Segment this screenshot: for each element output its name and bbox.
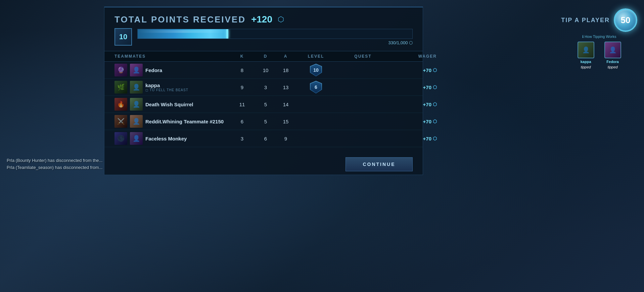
shield-fedora: 10 [310,64,322,76]
total-points-label: TOTAL POINTS RECEIVED [114,14,246,25]
deathwish-hero-icon: 🔥 [114,98,127,111]
player-info-kappa: kappa ◻ TO FELL THE BEAST [145,82,188,92]
player-name-fedora: Fedora [145,67,162,73]
wager-icon-faceless: ⬡ [433,136,437,141]
col-a: A [276,54,296,59]
table-row: 🔥 👤 Death Wish Squirrel 11 5 14 +70 ⬡ [104,96,423,113]
player-name-deathwish: Death Wish Squirrel [145,102,193,107]
stat-k-deathwish: 11 [229,102,256,107]
fedora-hero-icon: 🔮 [114,64,127,76]
stat-d-reddit: 5 [256,119,276,124]
stat-d-deathwish: 5 [256,102,276,107]
table-row: 🌿 👤 kappa ◻ TO FELL THE BEAST 9 3 13 [104,79,423,96]
wager-kappa: +70 ⬡ [390,84,437,90]
progress-icon: ⬡ [409,40,413,45]
shield-num-fedora: 10 [313,67,319,73]
hero-avatar-kappa: 🌿 [114,81,127,94]
player-cell-faceless: 🌑 👤 Faceless Monkey [114,132,229,145]
progress-bar-bg [137,29,413,39]
stat-a-kappa: 13 [276,84,296,90]
progress-section: 10 330/1,000 ⬡ [104,28,423,51]
progress-label: 330/1,000 ⬡ [137,40,413,45]
how-tipping-link[interactable]: How Tipping Works [582,35,616,39]
faceless-player-icon: 👤 [130,132,143,145]
table-header: TEAMMATES K D A LEVEL QUEST WAGER [104,51,423,62]
player-avatar-deathwish: 👤 [130,98,143,111]
stat-d-kappa: 3 [256,84,276,90]
table-row: ⚔️ 👤 Reddit.Whining Teammate #2150 6 5 1… [104,113,423,130]
wager-reddit: +70 ⬡ [390,119,437,124]
tip-amount-circle[interactable]: 50 [614,8,637,32]
tipped-avatar-fedora: 👤 [604,42,621,58]
wager-icon-fedora: ⬡ [433,67,437,73]
progress-bar-wrap: 330/1,000 ⬡ [137,29,413,45]
points-value: +120 [251,14,272,25]
col-wager: WAGER [390,54,437,59]
player-avatar-reddit: 👤 [130,115,143,128]
progress-bar-shine [138,30,228,33]
tipped-player-kappa[interactable]: 👤 kappa tipped [578,42,594,69]
stat-a-faceless: 9 [276,136,296,141]
quest-icon-kappa: ◻ [145,88,150,92]
wager-icon-deathwish: ⬡ [433,102,437,107]
col-level: LEVEL [296,54,336,59]
fedora-player-icon: 👤 [130,64,143,76]
player-quest-kappa: ◻ TO FELL THE BEAST [145,88,188,92]
player-avatar-fedora: 👤 [130,64,143,76]
table-row: 🌑 👤 Faceless Monkey 3 6 9 +70 ⬡ [104,130,423,147]
hero-avatar-fedora: 🔮 [114,64,127,76]
tipped-name-fedora: Fedora [606,60,619,64]
stat-a-deathwish: 14 [276,102,296,107]
player-avatar-kappa: 👤 [130,81,143,94]
level-badge: 10 [114,28,132,46]
wager-deathwish: +70 ⬡ [390,102,437,107]
col-k: K [229,54,256,59]
chat-line-1: Prla (Bounty Hunter) has disconnected fr… [7,157,102,164]
reddit-hero-icon: ⚔️ [114,115,127,128]
wager-icon-kappa: ⬡ [433,84,437,90]
main-panel: TOTAL POINTS RECEIVED +120 ⬡ 10 330/1,00… [104,7,423,175]
player-cell-reddit: ⚔️ 👤 Reddit.Whining Teammate #2150 [114,115,229,128]
stat-a-reddit: 15 [276,119,296,124]
panel-header: TOTAL POINTS RECEIVED +120 ⬡ [104,7,423,28]
kappa-player-icon: 👤 [130,81,143,94]
hero-avatar-faceless: 🌑 [114,132,127,145]
wager-fedora: +70 ⬡ [390,67,437,73]
col-quest: QUEST [336,54,390,59]
tip-a-player-row: TIP A PLAYER 50 [561,8,637,32]
shield-kappa: 6 [310,81,322,94]
tipped-avatar-kappa: 👤 [578,42,594,58]
stat-k-faceless: 3 [229,136,256,141]
player-cell-fedora: 🔮 👤 Fedora [114,64,229,76]
tipped-name-kappa: kappa [581,60,591,64]
col-d: D [256,54,276,59]
player-name-kappa: kappa [145,82,188,88]
reddit-player-icon: 👤 [130,115,143,128]
shield-num-kappa: 6 [315,84,317,90]
tip-a-player-label: TIP A PLAYER [561,17,610,24]
wager-icon-reddit: ⬡ [433,119,437,124]
faceless-hero-icon: 🌑 [114,132,127,145]
hero-avatar-deathwish: 🔥 [114,98,127,111]
player-info-reddit: Reddit.Whining Teammate #2150 [145,119,224,124]
fedora-avatar-icon: 👤 [605,42,620,58]
stat-k-fedora: 8 [229,67,256,73]
hero-avatar-reddit: ⚔️ [114,115,127,128]
tipped-players-row: 👤 kappa tipped 👤 Fedora tipped [578,42,621,69]
table-area: TEAMMATES K D A LEVEL QUEST WAGER 🔮 👤 Fe… [104,51,423,154]
stat-d-fedora: 10 [256,67,276,73]
col-teammates: TEAMMATES [114,54,229,59]
player-info-fedora: Fedora [145,67,162,73]
kappa-avatar-icon: 👤 [578,42,594,58]
tipped-status-fedora: tipped [608,65,618,69]
level-shield-kappa: 6 [296,81,336,94]
player-name-faceless: Faceless Monkey [145,136,187,141]
player-cell-kappa: 🌿 👤 kappa ◻ TO FELL THE BEAST [114,81,229,94]
chat-log: Prla (Bounty Hunter) has disconnected fr… [7,157,102,171]
tip-panel-top-right: TIP A PLAYER 50 How Tipping Works 👤 kapp… [561,8,637,69]
points-icon: ⬡ [278,15,284,24]
tipped-player-fedora[interactable]: 👤 Fedora tipped [604,42,621,69]
continue-button[interactable]: CONTINUE [346,157,413,171]
stat-d-faceless: 6 [256,136,276,141]
player-cell-deathwish: 🔥 👤 Death Wish Squirrel [114,98,229,111]
